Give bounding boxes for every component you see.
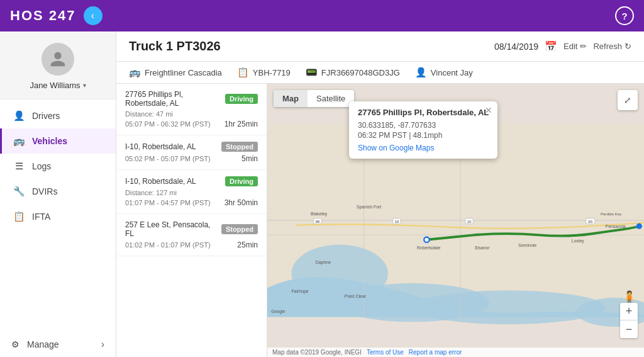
trip-time-range: 01:02 PM - 01:07 PM (PST) [125,241,211,249]
zoom-controls: + − [620,303,638,338]
trip-badge: Stopped [221,142,258,152]
ifta-icon: 📋 [13,211,25,222]
trip-time-row: 05:07 PM - 06:32 PM (PST) 1hr 25min [125,120,258,128]
date-display: 08/14/2019 [494,42,538,52]
trip-time-range: 01:07 PM - 04:57 PM (PST) [125,199,211,207]
popup-coords: 30.633185, -87.707633 [358,121,489,130]
vin-info: 📟 FJR36697048GD3JG [306,67,400,78]
trip-address: I-10, Robertsdale, AL [125,142,218,151]
app-logo: HOS 247 [10,8,76,24]
sidebar-item-label-logs: Logs [32,161,51,171]
popup-close-icon[interactable]: ✕ [485,105,492,115]
sidebar-user-section: Jane Williams ▾ [0,31,116,99]
list-item[interactable]: I-10, Robertsdale, AL Stopped 05:02 PM -… [116,135,267,170]
tab-map[interactable]: Map [274,90,308,107]
popup-maps-link[interactable]: Show on Google Maps [358,144,434,152]
svg-text:90: 90 [588,219,592,224]
terms-link[interactable]: Terms of Use [367,349,404,356]
map-tabs: Map Satellite [274,90,354,107]
trip-time-row: 01:07 PM - 04:57 PM (PST) 3hr 50min [125,198,258,207]
sidebar-item-drivers[interactable]: 👤 Drivers [0,103,116,128]
trip-badge: Driving [225,176,258,186]
dvirs-icon: 🔧 [13,186,25,197]
svg-text:Elsanor: Elsanor [475,246,490,250]
trip-distance: Distance: 47 mi [125,110,258,118]
zoom-in-button[interactable]: + [620,303,638,320]
sidebar-item-vehicles[interactable]: 🚌 Vehicles [0,128,116,154]
trip-address: 27765 Phillips Pl, Robertsdale, AL [125,90,221,108]
popup-title: 27765 Phillips Pl, Robertsdale, AL [358,108,489,117]
list-item[interactable]: 27765 Phillips Pl, Robertsdale, AL Drivi… [116,84,267,135]
sidebar-nav: 👤 Drivers 🚌 Vehicles ☰ Logs 🔧 DVIRs 📋 IF… [0,99,116,332]
edit-button[interactable]: Edit ✏ [564,42,587,51]
svg-text:Blakeley: Blakeley [311,212,328,217]
map-area: Blakeley Spanish Fort Robertsdale Elsano… [267,84,644,357]
trip-duration: 25min [237,241,258,249]
list-item[interactable]: I-10, Robertsdale, AL Driving Distance: … [116,170,267,214]
svg-point-10 [425,238,428,242]
trip-distance: Distance: 127 mi [125,189,258,196]
info-bar: 🚌 Freightliner Cascadia 📋 YBH-7719 📟 FJR… [116,62,644,84]
driver-info: 👤 Vincent Jay [415,67,473,78]
trip-header: I-10, Robertsdale, AL Driving [125,176,258,186]
svg-text:Loxley: Loxley [572,239,585,244]
trip-duration: 3hr 50min [225,198,258,207]
content-area: Truck 1 PT3026 08/14/2019 📅 Edit ✏ Refre… [116,31,644,357]
logs-icon: ☰ [13,161,25,172]
username-label: Jane Williams [30,81,80,90]
map-popup: ✕ 27765 Phillips Pl, Robertsdale, AL 30.… [349,101,497,159]
back-button[interactable]: ‹ [84,6,103,25]
sidebar-item-logs[interactable]: ☰ Logs [0,154,116,179]
plate-icon: 📋 [237,67,249,78]
svg-text:10: 10 [467,219,472,224]
trip-duration: 1hr 25min [225,120,258,128]
sidebar-item-label-ifta: IFTA [32,212,50,222]
vin-icon: 📟 [306,67,318,78]
sidebar-item-label-vehicles: Vehicles [32,136,67,146]
username-dropdown[interactable]: Jane Williams ▾ [30,81,86,90]
driver-name: Vincent Jay [431,68,473,77]
truck-info: 🚌 Freightliner Cascadia [129,67,222,78]
bottom-panel: 27765 Phillips Pl, Robertsdale, AL Drivi… [116,84,644,357]
zoom-out-button[interactable]: − [620,320,638,338]
header-left: HOS 247 ‹ [10,6,103,25]
svg-text:Daphne: Daphne [316,260,331,265]
tab-satellite[interactable]: Satellite [308,90,354,107]
trip-address: I-10, Robertsdale, AL [125,177,221,186]
plate-number: YBH-7719 [253,68,291,77]
trip-header: 257 E Lee St, Pensacola, FL Stopped [125,220,258,238]
svg-text:Spanish Fort: Spanish Fort [357,205,381,210]
sidebar-item-dvirs[interactable]: 🔧 DVIRs [0,179,116,204]
report-link[interactable]: Report a map error [409,349,462,356]
svg-text:Point Clear: Point Clear [345,294,367,298]
refresh-button[interactable]: Refresh ↻ [593,42,631,51]
map-expand-button[interactable]: ⤢ [618,90,638,110]
list-item[interactable]: 257 E Lee St, Pensacola, FL Stopped 01:0… [116,214,267,256]
svg-text:Google: Google [271,309,285,314]
map-credit: Map data ©2019 Google, INEGI [272,349,362,356]
trip-time-range: 05:02 PM - 05:07 PM (PST) [125,155,211,162]
trip-list: 27765 Phillips Pl, Robertsdale, AL Drivi… [116,84,267,357]
calendar-icon[interactable]: 📅 [545,40,557,52]
drivers-icon: 👤 [13,110,25,122]
username-chevron: ▾ [83,82,86,89]
trip-header: I-10, Robertsdale, AL Stopped [125,142,258,152]
truck-model: Freightliner Cascadia [145,68,222,77]
svg-text:Perdido Key: Perdido Key [601,212,622,216]
content-header: Truck 1 PT3026 08/14/2019 📅 Edit ✏ Refre… [116,31,644,62]
page-title: Truck 1 PT3026 [129,39,221,54]
trip-badge: Driving [225,94,258,104]
manage-left: ⚙ Manage [11,339,59,349]
edit-pencil-icon: ✏ [580,42,587,51]
trip-badge: Stopped [221,224,258,234]
sidebar-item-label-drivers: Drivers [32,111,60,121]
svg-text:98: 98 [315,219,319,224]
svg-point-11 [636,224,642,229]
help-button[interactable]: ? [615,6,634,25]
sidebar-item-manage[interactable]: ⚙ Manage › [0,332,116,357]
vin-number: FJR36697048GD3JG [321,68,400,77]
trip-time-row: 05:02 PM - 05:07 PM (PST) 5min [125,154,258,163]
svg-text:Fairhope: Fairhope [291,289,308,294]
sidebar-item-ifta[interactable]: 📋 IFTA [0,204,116,229]
trip-time-range: 05:07 PM - 06:32 PM (PST) [125,120,211,128]
